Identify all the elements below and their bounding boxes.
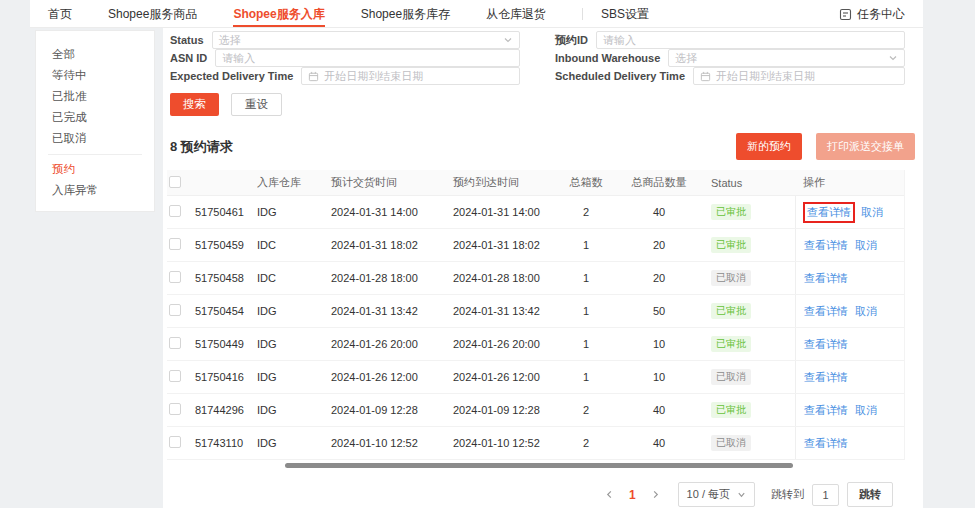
nav-item[interactable]: Shopee服务库存 bbox=[361, 0, 450, 27]
view-detail-link[interactable]: 查看详情 bbox=[804, 271, 848, 286]
view-detail-link[interactable]: 查看详情 bbox=[804, 403, 848, 418]
cancel-link[interactable]: 取消 bbox=[855, 403, 877, 418]
placeholder-text: 请输入 bbox=[222, 51, 513, 66]
select-all-checkbox[interactable] bbox=[169, 176, 181, 188]
cancel-link[interactable]: 取消 bbox=[855, 238, 877, 253]
reservation-id: 51750449 bbox=[187, 338, 257, 350]
nav-item[interactable]: 首页 bbox=[48, 0, 72, 27]
search-button[interactable]: 搜索 bbox=[170, 93, 219, 116]
status-badge: 已取消 bbox=[711, 270, 751, 286]
reset-button[interactable]: 重设 bbox=[231, 93, 282, 116]
table-header-row: 入库仓库预计交货时间预约到达时间总箱数总商品数量Status操作 bbox=[167, 170, 904, 196]
total-qty: 40 bbox=[615, 437, 703, 449]
actions-cell: 查看详情 bbox=[795, 427, 904, 459]
total-boxes: 1 bbox=[557, 239, 615, 251]
header-total-qty: 总商品数量 bbox=[615, 175, 703, 190]
sidebar-item[interactable]: 全部 bbox=[36, 44, 154, 65]
text-input[interactable]: 请输入 bbox=[215, 49, 520, 67]
chevron-down-icon bbox=[888, 53, 898, 63]
view-detail-link[interactable]: 查看详情 bbox=[804, 370, 848, 385]
scheduled-arrival-time: 2024-01-09 12:28 bbox=[445, 404, 557, 416]
status-cell: 已审批 bbox=[703, 402, 795, 418]
status-badge: 已审批 bbox=[711, 336, 751, 352]
daterange-input[interactable]: 开始日期到结束日期 bbox=[301, 67, 520, 85]
jump-button[interactable]: 跳转 bbox=[847, 482, 893, 507]
prev-page-button[interactable] bbox=[603, 490, 616, 499]
placeholder-text: 开始日期到结束日期 bbox=[324, 69, 513, 84]
reservation-id: 51750454 bbox=[187, 305, 257, 317]
sidebar-item[interactable]: 已完成 bbox=[36, 107, 154, 128]
highlight-box: 查看详情 bbox=[803, 202, 855, 223]
expected-delivery-time: 2024-01-31 14:00 bbox=[323, 206, 445, 218]
sidebar-item[interactable]: 已批准 bbox=[36, 86, 154, 107]
total-boxes: 2 bbox=[557, 206, 615, 218]
row-checkbox[interactable] bbox=[169, 370, 181, 382]
view-detail-link[interactable]: 查看详情 bbox=[804, 304, 848, 319]
next-page-button[interactable] bbox=[649, 490, 662, 499]
filter-field: Scheduled Delivery Time开始日期到结束日期 bbox=[555, 67, 905, 85]
table-row: 51750459IDC2024-01-31 18:022024-01-31 18… bbox=[167, 229, 904, 262]
row-checkbox-cell bbox=[167, 337, 187, 351]
row-checkbox[interactable] bbox=[169, 304, 181, 316]
sidebar-item[interactable]: 等待中 bbox=[36, 65, 154, 86]
select-input[interactable]: 选择 bbox=[668, 49, 905, 67]
header-warehouse: 入库仓库 bbox=[257, 175, 323, 190]
expected-delivery-time: 2024-01-31 13:42 bbox=[323, 305, 445, 317]
view-detail-link[interactable]: 查看详情 bbox=[804, 337, 848, 352]
row-checkbox[interactable] bbox=[169, 271, 181, 283]
row-checkbox[interactable] bbox=[169, 436, 181, 448]
sidebar-item[interactable]: 预约 bbox=[36, 159, 154, 180]
expected-delivery-time: 2024-01-26 20:00 bbox=[323, 338, 445, 350]
total-boxes: 1 bbox=[557, 371, 615, 383]
horizontal-scrollbar[interactable] bbox=[285, 463, 793, 468]
actions-cell: 查看详情取消 bbox=[795, 229, 904, 261]
status-cell: 已审批 bbox=[703, 237, 795, 253]
filter-field: Inbound Warehouse选择 bbox=[555, 49, 905, 67]
view-detail-link[interactable]: 查看详情 bbox=[807, 206, 851, 218]
sidebar-item[interactable]: 入库异常 bbox=[36, 180, 154, 201]
cancel-link[interactable]: 取消 bbox=[861, 205, 883, 220]
total-qty: 40 bbox=[615, 206, 703, 218]
actions-cell: 查看详情 bbox=[795, 328, 904, 360]
page-number[interactable]: 1 bbox=[629, 488, 636, 502]
nav-item[interactable]: 从仓库退货 bbox=[486, 0, 546, 27]
daterange-input[interactable]: 开始日期到结束日期 bbox=[693, 67, 905, 85]
row-checkbox-cell bbox=[167, 205, 187, 219]
table-row: 51750461IDG2024-01-31 14:002024-01-31 14… bbox=[167, 196, 904, 229]
view-detail-link[interactable]: 查看详情 bbox=[804, 436, 848, 451]
row-checkbox[interactable] bbox=[169, 205, 181, 217]
sidebar-item[interactable]: 已取消 bbox=[36, 128, 154, 149]
status-badge: 已审批 bbox=[711, 402, 751, 418]
select-input[interactable]: 选择 bbox=[212, 31, 520, 49]
page-size-select[interactable]: 10 / 每页 bbox=[678, 482, 755, 507]
total-boxes: 1 bbox=[557, 305, 615, 317]
nav-item[interactable]: SBS设置 bbox=[601, 0, 649, 27]
print-handover-button[interactable]: 打印派送交接单 bbox=[816, 133, 915, 160]
view-detail-link[interactable]: 查看详情 bbox=[804, 238, 848, 253]
nav-item[interactable]: Shopee服务入库 bbox=[233, 0, 324, 27]
status-cell: 已取消 bbox=[703, 435, 795, 451]
status-cell: 已审批 bbox=[703, 336, 795, 352]
inbound-warehouse: IDG bbox=[257, 305, 323, 317]
chevron-down-icon bbox=[503, 35, 513, 45]
reservation-id: 81744296 bbox=[187, 404, 257, 416]
task-center-button[interactable]: 任务中心 bbox=[839, 0, 905, 28]
expected-delivery-time: 2024-01-28 18:00 bbox=[323, 272, 445, 284]
total-boxes: 2 bbox=[557, 404, 615, 416]
text-input[interactable]: 请输入 bbox=[596, 31, 905, 49]
filter-field: 预约ID请输入 bbox=[555, 31, 905, 49]
new-reservation-button[interactable]: 新的预约 bbox=[736, 133, 802, 160]
status-badge: 已审批 bbox=[711, 237, 751, 253]
row-checkbox-cell bbox=[167, 403, 187, 417]
row-checkbox[interactable] bbox=[169, 337, 181, 349]
inbound-warehouse: IDG bbox=[257, 206, 323, 218]
cancel-link[interactable]: 取消 bbox=[855, 304, 877, 319]
table-row: 51750454IDG2024-01-31 13:422024-01-31 13… bbox=[167, 295, 904, 328]
list-header: 8 预约请求 新的预约 打印派送交接单 bbox=[170, 133, 915, 160]
row-checkbox[interactable] bbox=[169, 238, 181, 250]
filter-column-right: 预约ID请输入Inbound Warehouse选择Scheduled Deli… bbox=[555, 31, 905, 85]
row-checkbox[interactable] bbox=[169, 403, 181, 415]
nav-item[interactable]: Shopee服务商品 bbox=[108, 0, 197, 27]
jump-input[interactable]: 1 bbox=[812, 484, 839, 506]
top-nav: 首页Shopee服务商品Shopee服务入库Shopee服务库存从仓库退货SBS… bbox=[30, 0, 923, 28]
